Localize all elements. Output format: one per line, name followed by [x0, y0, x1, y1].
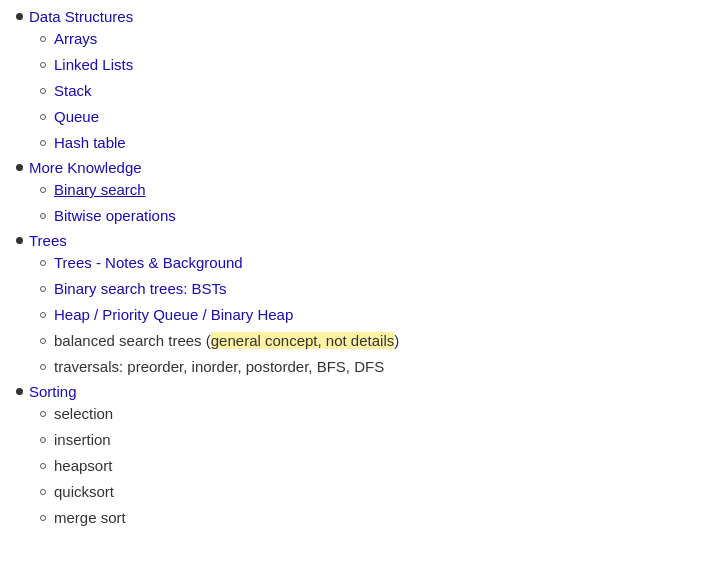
main-list: Data StructuresArraysLinked ListsStackQu…	[16, 8, 707, 530]
item-label-stack[interactable]: Stack	[54, 79, 92, 103]
list-item-binary-search: Binary search	[40, 178, 707, 202]
sub-bullet-icon	[40, 437, 46, 443]
section-sorting: Sortingselectioninsertionheapsortquickso…	[16, 383, 707, 530]
item-label-hash-table[interactable]: Hash table	[54, 131, 126, 155]
highlight-text: general concept, not details	[211, 332, 394, 349]
list-item-quicksort: quicksort	[40, 480, 707, 504]
sub-bullet-icon	[40, 286, 46, 292]
sub-list-more-knowledge: Binary searchBitwise operations	[40, 178, 707, 228]
item-label-balanced-search-trees: balanced search trees (general concept, …	[54, 329, 399, 353]
list-item-merge-sort: merge sort	[40, 506, 707, 530]
list-item-arrays: Arrays	[40, 27, 707, 51]
list-item-hash-table: Hash table	[40, 131, 707, 155]
bullet-icon	[16, 237, 23, 244]
item-label-bitwise-operations[interactable]: Bitwise operations	[54, 204, 176, 228]
item-label-binary-search[interactable]: Binary search	[54, 178, 146, 202]
section-header-trees: Trees	[16, 232, 707, 249]
section-label-sorting[interactable]: Sorting	[29, 383, 77, 400]
sub-bullet-icon	[40, 489, 46, 495]
item-label-queue[interactable]: Queue	[54, 105, 99, 129]
item-label-merge-sort: merge sort	[54, 506, 126, 530]
section-data-structures: Data StructuresArraysLinked ListsStackQu…	[16, 8, 707, 155]
list-item-insertion: insertion	[40, 428, 707, 452]
sub-bullet-icon	[40, 213, 46, 219]
list-item-heapsort: heapsort	[40, 454, 707, 478]
item-label-selection: selection	[54, 402, 113, 426]
bullet-icon	[16, 164, 23, 171]
list-item-balanced-search-trees: balanced search trees (general concept, …	[40, 329, 707, 353]
section-header-data-structures: Data Structures	[16, 8, 707, 25]
bullet-icon	[16, 388, 23, 395]
list-item-traversals: traversals: preorder, inorder, postorder…	[40, 355, 707, 379]
sub-bullet-icon	[40, 187, 46, 193]
item-label-heap[interactable]: Heap / Priority Queue / Binary Heap	[54, 303, 293, 327]
sub-bullet-icon	[40, 312, 46, 318]
section-label-more-knowledge: More Knowledge	[29, 159, 142, 176]
list-item-trees-notes: Trees - Notes & Background	[40, 251, 707, 275]
item-label-insertion: insertion	[54, 428, 111, 452]
list-item-heap: Heap / Priority Queue / Binary Heap	[40, 303, 707, 327]
sub-list-trees: Trees - Notes & BackgroundBinary search …	[40, 251, 707, 379]
item-label-traversals: traversals: preorder, inorder, postorder…	[54, 355, 384, 379]
list-item-queue: Queue	[40, 105, 707, 129]
sub-bullet-icon	[40, 114, 46, 120]
section-more-knowledge: More KnowledgeBinary searchBitwise opera…	[16, 159, 707, 228]
sub-bullet-icon	[40, 62, 46, 68]
sub-bullet-icon	[40, 88, 46, 94]
section-label-data-structures: Data Structures	[29, 8, 133, 25]
item-label-quicksort: quicksort	[54, 480, 114, 504]
list-item-selection: selection	[40, 402, 707, 426]
sub-bullet-icon	[40, 411, 46, 417]
item-label-heapsort: heapsort	[54, 454, 112, 478]
sub-bullet-icon	[40, 140, 46, 146]
sub-bullet-icon	[40, 260, 46, 266]
list-item-stack: Stack	[40, 79, 707, 103]
bullet-icon	[16, 13, 23, 20]
sub-bullet-icon	[40, 36, 46, 42]
sub-bullet-icon	[40, 338, 46, 344]
list-item-linked-lists: Linked Lists	[40, 53, 707, 77]
section-label-trees[interactable]: Trees	[29, 232, 67, 249]
section-header-sorting: Sorting	[16, 383, 707, 400]
section-trees: TreesTrees - Notes & BackgroundBinary se…	[16, 232, 707, 379]
sub-list-data-structures: ArraysLinked ListsStackQueueHash table	[40, 27, 707, 155]
section-header-more-knowledge: More Knowledge	[16, 159, 707, 176]
item-label-arrays[interactable]: Arrays	[54, 27, 97, 51]
list-item-binary-search-trees: Binary search trees: BSTs	[40, 277, 707, 301]
item-label-binary-search-trees[interactable]: Binary search trees: BSTs	[54, 277, 227, 301]
item-label-trees-notes[interactable]: Trees - Notes & Background	[54, 251, 243, 275]
sub-list-sorting: selectioninsertionheapsortquicksortmerge…	[40, 402, 707, 530]
item-label-linked-lists[interactable]: Linked Lists	[54, 53, 133, 77]
sub-bullet-icon	[40, 463, 46, 469]
sub-bullet-icon	[40, 515, 46, 521]
sub-bullet-icon	[40, 364, 46, 370]
list-item-bitwise-operations: Bitwise operations	[40, 204, 707, 228]
